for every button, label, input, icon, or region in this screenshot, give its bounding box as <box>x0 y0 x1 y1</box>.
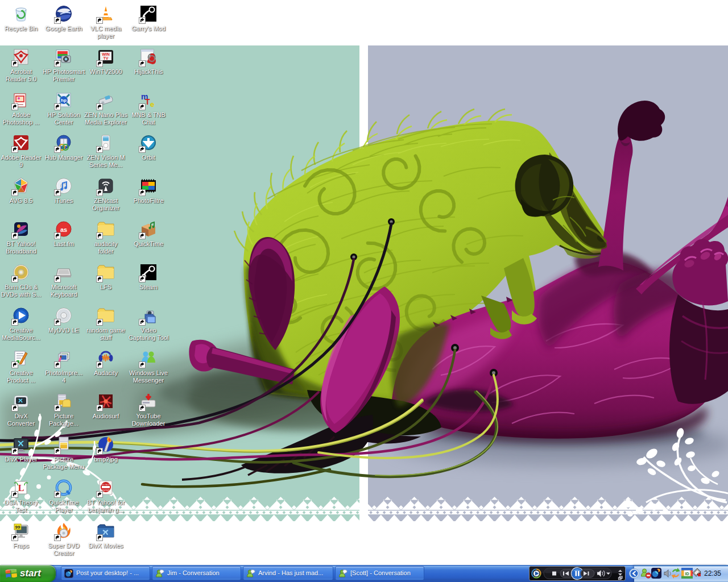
svg-text:ID: ID <box>685 572 689 576</box>
svg-text:ENTER: ENTER <box>102 489 110 492</box>
svg-text:DO NOT: DO NOT <box>101 483 110 486</box>
svg-text:as: as <box>60 226 67 233</box>
svg-text:L: L <box>18 483 24 493</box>
svg-text:e: e <box>150 100 154 109</box>
svg-text:99: 99 <box>15 525 20 530</box>
svg-text:T: T <box>145 97 150 106</box>
svg-text:WIN: WIN <box>102 52 110 56</box>
svg-text:TV: TV <box>104 56 109 60</box>
svg-text:hp: hp <box>61 98 67 103</box>
